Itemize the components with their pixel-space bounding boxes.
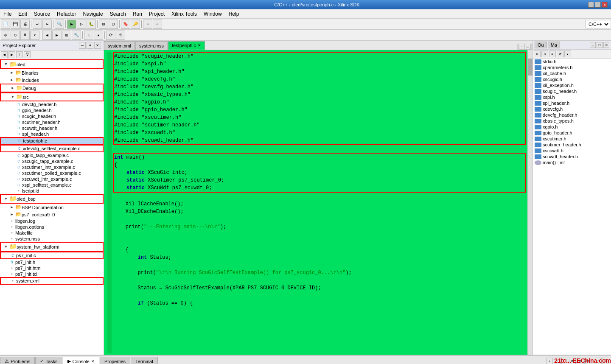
- tb2-btn1[interactable]: ⊕: [1, 31, 10, 40]
- rp-item-xscuwdt[interactable]: xscuwdt.h: [533, 148, 611, 154]
- tree-item-scutimer-header[interactable]: h scutimer_header.h: [0, 119, 104, 125]
- tab-close-icon[interactable]: ✕: [198, 43, 201, 48]
- pe-close-btn[interactable]: ✕: [94, 42, 101, 49]
- rp-tb1[interactable]: ⊕: [534, 50, 541, 57]
- tb2-btn6[interactable]: ▶: [52, 31, 62, 40]
- tree-item-xspi-selftest[interactable]: c xspi_selftest_example.c: [0, 182, 104, 188]
- tree-item-xscutimer-intr[interactable]: c xscutimer_intr_example.c: [0, 164, 104, 170]
- menu-xilinx-tools[interactable]: Xilinx Tools: [168, 9, 200, 18]
- tree-item-ps7-cortexa9[interactable]: ▶ 📂 ps7_cortexa9_0: [0, 211, 104, 218]
- tb2-btn10[interactable]: ★: [94, 31, 103, 40]
- tree-item-oled[interactable]: ▼ 📁 oled: [0, 59, 104, 69]
- tb2-btn5[interactable]: ◀: [42, 31, 52, 40]
- tree-item-src[interactable]: ▼ 📁 src: [0, 92, 104, 101]
- tree-item-ps7-init-h[interactable]: h ps7_init.h: [0, 259, 104, 265]
- menu-edit[interactable]: Edit: [15, 9, 31, 18]
- tree-item-ps7-init-html[interactable]: ▪ ps7_init.html: [0, 265, 104, 271]
- scrollbar[interactable]: [527, 50, 533, 355]
- menu-run[interactable]: Run: [129, 9, 146, 18]
- tb2-btn4[interactable]: ▾: [30, 31, 39, 40]
- menu-search[interactable]: Search: [107, 9, 129, 18]
- tree-item-includes[interactable]: ▶ 📂 Includes: [0, 76, 104, 84]
- tb2-btn2[interactable]: ⊖: [11, 31, 20, 40]
- rp-min-btn[interactable]: ─: [590, 42, 596, 48]
- menu-project[interactable]: Project: [146, 9, 168, 18]
- scroll-thumb[interactable]: [528, 59, 533, 76]
- editor-min-btn[interactable]: ─: [519, 44, 525, 50]
- rp-tb2[interactable]: ⊖: [541, 50, 548, 57]
- tb2-btn8[interactable]: 🔧: [72, 31, 81, 40]
- tab-system-xml[interactable]: system.xml: [104, 41, 135, 50]
- btn3[interactable]: 🔖: [121, 20, 130, 29]
- debug-button[interactable]: 🐛: [87, 20, 96, 29]
- rp-item-xdevcfg[interactable]: xdevcfg.h: [533, 106, 611, 112]
- perspective-dropdown[interactable]: C/C++: [586, 20, 610, 28]
- rp-item-stdio[interactable]: stdio.h: [533, 59, 611, 64]
- tree-item-binaries[interactable]: ▶ 📂 Binaries: [0, 69, 104, 76]
- tree-item-bsp-doc[interactable]: ▶ 📂 BSP Documentation: [0, 204, 104, 211]
- rp-item-main[interactable]: main() : int: [533, 160, 611, 165]
- btn2[interactable]: ⊟: [109, 20, 118, 29]
- tab-system-mss[interactable]: system.mss: [135, 41, 168, 50]
- code-editor[interactable]: #include "scugic_header.h" #include "xsp…: [104, 50, 533, 355]
- rp-item-scutimer-hdr[interactable]: scutimer_header.h: [533, 142, 611, 148]
- tree-item-devcfg[interactable]: h devcfg_header.h: [0, 101, 104, 107]
- tree-item-xscuwdt-intr[interactable]: c xscuwdt_intr_example.c: [0, 176, 104, 182]
- rp-tb4[interactable]: ⟳: [557, 50, 563, 57]
- tb2-btn12[interactable]: ⟲: [116, 31, 125, 40]
- code-content[interactable]: #include "scugic_header.h" #include "xsp…: [112, 52, 529, 353]
- print-button[interactable]: 🖨: [20, 20, 30, 29]
- tab-close-icon[interactable]: ✕: [91, 359, 95, 364]
- search-button[interactable]: 🔍: [55, 20, 64, 29]
- rp-item-gpio-hdr[interactable]: gpio_header.h: [533, 130, 611, 136]
- window-controls[interactable]: ─ □ ✕: [588, 2, 608, 8]
- console-btn1[interactable]: ↓: [546, 358, 553, 364]
- minimize-button[interactable]: ─: [588, 2, 594, 8]
- btn4[interactable]: 🔑: [131, 20, 140, 29]
- rp-tb5[interactable]: ★: [564, 50, 571, 57]
- tree-item-libgen-log[interactable]: ▪ libgen.log: [0, 218, 104, 224]
- menu-file[interactable]: File: [0, 9, 15, 18]
- tb2-btn9[interactable]: ☆: [84, 31, 93, 40]
- rp-tb3[interactable]: ≡: [549, 50, 556, 57]
- tree-item-spi-header[interactable]: h spi_header.h: [0, 131, 104, 137]
- rp-item-xil-cache[interactable]: xil_cache.h: [533, 70, 611, 76]
- menu-refactor[interactable]: Refactor: [53, 9, 79, 18]
- bottom-tab-tasks[interactable]: ✓ Tasks: [35, 357, 62, 364]
- btn6[interactable]: ➡: [153, 20, 162, 29]
- rp-item-scugic-hdr[interactable]: scugic_header.h: [533, 88, 611, 94]
- tree-item-makefile[interactable]: ▪ Makefile: [0, 230, 104, 236]
- tree-item-scugic-header[interactable]: h scugic_header.h: [0, 113, 104, 119]
- rp-item-devcfg-hdr[interactable]: devcfg_header.h: [533, 112, 611, 118]
- bottom-tab-properties[interactable]: Properties: [100, 357, 130, 364]
- rp-item-spi-hdr[interactable]: spi_header.h: [533, 100, 611, 106]
- save-button[interactable]: 💾: [11, 20, 20, 29]
- tree-item-gpio-header[interactable]: h gpio_header.h: [0, 107, 104, 113]
- rp-tab-ma[interactable]: Ma: [548, 42, 560, 48]
- tab-testperiph[interactable]: testperiph.c ✕: [168, 41, 205, 50]
- tree-item-xscutimer-polled[interactable]: c xscutimer_polled_example.c: [0, 170, 104, 176]
- tree-item-xdevcfg[interactable]: c xdevcfg_selftest_example.c: [0, 145, 104, 152]
- pe-forward-btn[interactable]: ▶: [8, 51, 15, 58]
- new-button[interactable]: 📄: [1, 20, 10, 29]
- tree-item-debug[interactable]: ▶ 📁 Debug: [0, 84, 104, 92]
- tb2-btn11[interactable]: ⟳: [106, 31, 115, 40]
- pe-menu-btn[interactable]: ▾: [87, 42, 93, 49]
- redo-button[interactable]: ↪: [42, 20, 52, 29]
- close-button[interactable]: ✕: [602, 2, 608, 8]
- bottom-tab-problems[interactable]: ⚠ Problems: [0, 357, 35, 364]
- tree-item-libgen-opts[interactable]: ▪ libgen.options: [0, 224, 104, 230]
- rp-item-xspi[interactable]: xspi.h: [533, 94, 611, 100]
- rp-item-xgpio[interactable]: xgpio.h: [533, 124, 611, 130]
- tree-item-oled-bsp[interactable]: ▼ 📁 oled_bsp: [0, 194, 104, 204]
- tree-item-ps7-init-c[interactable]: c ps7_init.c: [0, 252, 104, 259]
- undo-button[interactable]: ↩: [33, 20, 42, 29]
- bottom-tab-terminal[interactable]: Terminal: [131, 357, 158, 364]
- tree-item-system-mss[interactable]: ▪ system.mss: [0, 236, 104, 242]
- open-perspective[interactable]: ⊞: [99, 20, 108, 29]
- tree-item-system-xml[interactable]: ▪ system.xml: [0, 277, 104, 285]
- maximize-button[interactable]: □: [595, 2, 601, 8]
- rp-item-scuwdt-hdr[interactable]: scuwdt_header.h: [533, 154, 611, 160]
- tree-item-lscript[interactable]: ▪ lscript.ld: [0, 188, 104, 194]
- rp-max-btn[interactable]: □: [597, 42, 603, 48]
